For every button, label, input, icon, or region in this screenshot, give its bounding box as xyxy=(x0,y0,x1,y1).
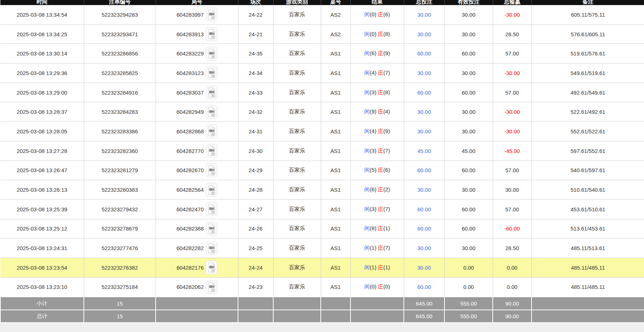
session-number: 24-24 xyxy=(249,265,262,271)
total-cell-session xyxy=(238,310,273,323)
total-bet-link[interactable]: 60.00 xyxy=(417,284,431,290)
table-row: 2025-03-08 13:29:36522323285825604283123… xyxy=(0,63,644,83)
subtotal-cell-result xyxy=(350,297,404,310)
video-icon[interactable] xyxy=(206,280,217,294)
game-type: 百家乐 xyxy=(289,31,305,37)
total-bet-link[interactable]: 30.00 xyxy=(417,245,431,251)
cell-remark: 549.61/519.61 xyxy=(532,63,644,83)
banker-count: (8) xyxy=(383,89,390,95)
total-bet-link[interactable]: 60.00 xyxy=(417,206,431,212)
total-bet-link[interactable]: 60.00 xyxy=(417,90,431,96)
cell-win_loss: 30.00 xyxy=(493,180,532,200)
total-bet-link[interactable]: 30.00 xyxy=(417,187,431,193)
total-bet-link[interactable]: 30.00 xyxy=(417,12,431,18)
cell-round: 604282868 xyxy=(156,122,238,141)
total-total-bet: 645.00 xyxy=(416,313,432,319)
session-number: 24-27 xyxy=(249,206,262,212)
subtotal-cell-round xyxy=(156,297,238,310)
player-label: 闲 xyxy=(364,148,370,154)
cell-total_bet: 30.00 xyxy=(404,122,444,141)
cell-result: 闲(4) 庄(7) xyxy=(350,63,404,83)
header-round: 局号 xyxy=(156,0,238,5)
game-type: 百家乐 xyxy=(289,245,305,251)
header-label-time: 时间 xyxy=(0,0,84,4)
table-number: AS1 xyxy=(331,187,341,193)
round-cell: 604283913 xyxy=(156,25,238,44)
game-type: 百家乐 xyxy=(289,70,305,76)
subtotal-valid-bet: 555.00 xyxy=(460,300,477,307)
video-icon[interactable] xyxy=(206,27,217,41)
round-cell: 604282670 xyxy=(156,161,238,180)
total-bet-link[interactable]: 60.00 xyxy=(417,50,431,57)
total-bet-link[interactable]: 45.00 xyxy=(417,148,431,154)
video-icon[interactable] xyxy=(206,261,217,274)
cell-table_no: AS2 xyxy=(321,5,350,24)
remark: 597.61/552.61 xyxy=(571,148,606,154)
total-bet-link[interactable]: 30.00 xyxy=(417,265,431,271)
cell-remark: 492.61/549.61 xyxy=(532,83,644,102)
total-cell-time: 总计 xyxy=(0,310,84,323)
cell-remark: 597.61/552.61 xyxy=(532,141,644,161)
cell-game: 百家乐 xyxy=(273,63,321,83)
video-icon[interactable] xyxy=(206,183,217,197)
video-icon[interactable] xyxy=(206,144,217,158)
banker-label: 庄 xyxy=(378,245,383,251)
video-icon[interactable] xyxy=(206,124,217,138)
video-icon[interactable] xyxy=(206,86,217,99)
subtotal-cell-total_bet: 645.00 xyxy=(404,297,444,310)
cell-bet_id: 522323284916 xyxy=(84,83,156,102)
cell-time: 2025-03-08 13:23:10 xyxy=(0,277,84,297)
session-number: 24-23 xyxy=(249,284,262,290)
cell-remark: 605.11/575.11 xyxy=(532,5,644,24)
player-label: 闲 xyxy=(364,128,370,134)
player-label: 闲 xyxy=(364,11,370,17)
round-cell: 604282176 xyxy=(156,258,238,277)
cell-session: 24-35 xyxy=(238,44,273,63)
video-icon[interactable] xyxy=(206,202,217,216)
player-label: 闲 xyxy=(364,50,370,56)
cell-table_no: AS1 xyxy=(321,219,350,238)
bet-time: 2025-03-08 13:28:37 xyxy=(17,109,67,115)
video-icon[interactable] xyxy=(206,66,217,80)
bet-id: 522323294283 xyxy=(102,12,138,18)
remark: 513.61/453.61 xyxy=(571,225,606,232)
valid-bet: 60.00 xyxy=(462,50,476,57)
video-icon[interactable] xyxy=(206,47,217,61)
cell-table_no: AS1 xyxy=(321,83,350,102)
total-bet-link[interactable]: 30.00 xyxy=(417,109,431,115)
subtotal-cell-game xyxy=(273,297,321,310)
header-session: 场次 xyxy=(238,0,273,5)
video-icon[interactable] xyxy=(206,105,217,119)
win-loss: 30.00 xyxy=(505,187,519,193)
cell-game: 百家乐 xyxy=(273,102,321,122)
cell-table_no: AS1 xyxy=(321,141,350,161)
banker-label: 庄 xyxy=(378,31,383,37)
round-number: 604282062 xyxy=(176,284,204,290)
header-label-table_no: 桌号 xyxy=(321,0,350,4)
video-icon[interactable] xyxy=(206,222,217,236)
header-label-valid_bet: 有效投注 xyxy=(445,0,493,4)
valid-bet: 0.00 xyxy=(463,284,474,290)
round-cell: 604282949 xyxy=(156,102,238,121)
cell-time: 2025-03-08 13:25:39 xyxy=(0,199,84,219)
total-bet-link[interactable]: 30.00 xyxy=(417,128,431,134)
cell-game: 百家乐 xyxy=(273,24,321,44)
cell-table_no: AS1 xyxy=(321,277,350,297)
header-label-round: 局号 xyxy=(156,0,238,4)
session-number: 24-31 xyxy=(249,128,262,134)
remark: 453.61/510.61 xyxy=(571,206,606,212)
total-bet-link[interactable]: 60.00 xyxy=(417,167,431,173)
total-count: 15 xyxy=(117,313,123,319)
total-bet-link[interactable]: 60.00 xyxy=(417,225,431,232)
round-number: 604282670 xyxy=(176,167,204,173)
player-count: (0) xyxy=(370,11,376,17)
total-bet-link[interactable]: 30.00 xyxy=(417,70,431,76)
player-count: (9) xyxy=(370,108,376,115)
video-icon[interactable] xyxy=(206,241,217,255)
video-icon[interactable] xyxy=(206,8,217,21)
video-icon[interactable] xyxy=(206,163,217,177)
cell-result: 闲(8) 庄(1) xyxy=(350,219,404,238)
table-row: 2025-03-08 13:26:47522323281279604282670… xyxy=(0,161,644,180)
table-number: AS1 xyxy=(331,245,341,251)
total-bet-link[interactable]: 30.00 xyxy=(417,31,431,37)
